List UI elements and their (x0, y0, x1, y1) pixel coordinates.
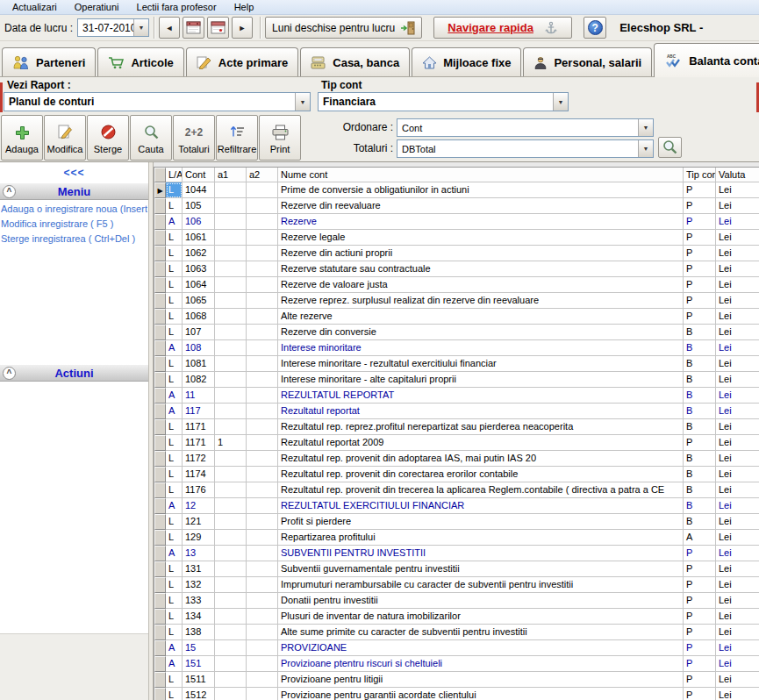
cell-l-a[interactable]: L (166, 593, 183, 609)
cell-nume-cont[interactable]: Provizioane pentru garantii acordate cli… (278, 688, 684, 700)
cell-cont[interactable]: 1061 (183, 230, 215, 246)
cell-a2[interactable] (247, 656, 278, 672)
cell-tip-cont[interactable]: P (684, 198, 716, 214)
cell-nume-cont[interactable]: Interese minoritare (278, 340, 684, 356)
cell-tip-cont[interactable]: P (684, 214, 716, 230)
table-row[interactable]: A106RezervePLei (154, 214, 759, 230)
cell-a1[interactable] (215, 482, 247, 498)
cell-cont[interactable]: 108 (183, 340, 215, 356)
cell-nume-cont[interactable]: Rezerve statutare sau contractuale (278, 261, 684, 277)
cauta-button[interactable]: Cauta (130, 115, 172, 161)
row-selector[interactable] (154, 246, 166, 261)
cell-a2[interactable] (247, 230, 278, 246)
cell-l-a[interactable]: L (166, 246, 183, 261)
cell-a2[interactable] (247, 514, 278, 530)
cell-a2[interactable] (247, 498, 278, 514)
cell-a2[interactable] (247, 561, 278, 577)
cell-a1[interactable] (215, 372, 247, 388)
totals-combo[interactable]: DBTotal ▼ (397, 139, 654, 158)
cell-l-a[interactable]: L (166, 514, 183, 530)
table-row[interactable]: L1176Rezultatul rep. provenit din trecer… (154, 482, 759, 498)
cell-valuta[interactable]: Lei (716, 198, 759, 214)
sidebar-item-modifica-inregistrare-f5[interactable]: Modifica inregistrare ( F5 ) (1, 217, 147, 232)
cell-a1[interactable] (215, 293, 247, 309)
column-header-a1[interactable]: a1 (215, 168, 247, 182)
row-selector[interactable] (154, 419, 166, 435)
cell-a1[interactable] (215, 277, 247, 293)
cell-tip-cont[interactable]: P (684, 625, 716, 640)
cell-nume-cont[interactable]: Rezultatul rep. provenit din trecerea la… (278, 482, 684, 498)
cell-valuta[interactable]: Lei (716, 340, 759, 356)
cell-valuta[interactable]: Lei (716, 640, 759, 656)
column-header-a2[interactable]: a2 (247, 168, 278, 182)
cell-tip-cont[interactable]: P (684, 577, 716, 593)
cell-valuta[interactable]: Lei (716, 309, 759, 325)
cell-a2[interactable] (247, 577, 278, 593)
row-selector[interactable] (154, 435, 166, 451)
cell-tip-cont[interactable]: B (684, 514, 716, 530)
cell-cont[interactable]: 1063 (183, 261, 215, 277)
chevron-down-icon[interactable]: ▼ (133, 19, 148, 36)
cell-cont[interactable]: 129 (183, 530, 215, 546)
cell-l-a[interactable]: L (166, 609, 183, 625)
cell-cont[interactable]: 15 (183, 640, 215, 656)
cell-l-a[interactable]: L (166, 293, 183, 309)
cell-l-a[interactable]: L (166, 467, 183, 482)
sidebar-item-adauga-o-inregistrare-noua-ins[interactable]: Adauga o inregistrare noua (Insert) (1, 202, 147, 217)
cell-nume-cont[interactable]: REZULTATUL REPORTAT (278, 388, 684, 404)
cell-nume-cont[interactable]: SUBVENTII PENTRU INVESTITII (278, 546, 684, 561)
cell-a2[interactable] (247, 325, 278, 340)
cell-cont[interactable]: 1065 (183, 293, 215, 309)
cell-nume-cont[interactable]: Imprumuturi nerambursabile cu caracter d… (278, 577, 684, 593)
cell-nume-cont[interactable]: Rezerve din conversie (278, 325, 684, 340)
order-combo[interactable]: Cont ▼ (397, 118, 654, 137)
cell-nume-cont[interactable]: Interese minoritare - alte capitaluri pr… (278, 372, 684, 388)
cell-nume-cont[interactable]: Alte rezerve (278, 309, 684, 325)
column-header-tip-cont[interactable]: Tip cont (684, 168, 716, 182)
cell-a1[interactable] (215, 561, 247, 577)
cell-l-a[interactable]: A (166, 340, 183, 356)
cell-nume-cont[interactable]: Repartizarea profitului (278, 530, 684, 546)
cell-tip-cont[interactable]: B (684, 498, 716, 514)
cell-a1[interactable] (215, 609, 247, 625)
cell-a1[interactable] (215, 530, 247, 546)
cell-l-a[interactable]: L (166, 277, 183, 293)
cell-valuta[interactable]: Lei (716, 404, 759, 419)
cell-nume-cont[interactable]: REZULTATUL EXERCITIULUI FINANCIAR (278, 498, 684, 514)
cell-valuta[interactable]: Lei (716, 530, 759, 546)
cell-a2[interactable] (247, 356, 278, 372)
cell-cont[interactable]: 133 (183, 593, 215, 609)
chevron-down-icon[interactable]: ▼ (295, 93, 310, 111)
table-row[interactable]: L138Alte sume primite cu caracter de sub… (154, 625, 759, 640)
cell-tip-cont[interactable]: P (684, 656, 716, 672)
row-selector[interactable] (154, 561, 166, 577)
cell-valuta[interactable]: Lei (716, 261, 759, 277)
cell-valuta[interactable]: Lei (716, 577, 759, 593)
totals-search-button[interactable] (658, 137, 682, 158)
cell-cont[interactable]: 107 (183, 325, 215, 340)
cell-nume-cont[interactable]: Rezultatul rep. provenit din adoptarea I… (278, 451, 684, 467)
cell-tip-cont[interactable]: P (684, 561, 716, 577)
cell-l-a[interactable]: A (166, 214, 183, 230)
menu-item-lectii-fara-profesor[interactable]: Lectii fara profesor (128, 1, 226, 14)
cell-valuta[interactable]: Lei (716, 246, 759, 261)
cell-a2[interactable] (247, 388, 278, 404)
table-row[interactable]: L1063Rezerve statutare sau contractualeP… (154, 261, 759, 277)
row-selector[interactable] (154, 593, 166, 609)
cell-a1[interactable] (215, 672, 247, 688)
cell-l-a[interactable]: L (166, 419, 183, 435)
cell-a2[interactable] (247, 640, 278, 656)
cell-tip-cont[interactable]: P (684, 688, 716, 700)
table-row[interactable]: A151Provizioane ptentru riscuri si chelt… (154, 656, 759, 672)
account-type-combo[interactable]: Financiara ▼ (318, 92, 569, 111)
table-row[interactable]: L132Imprumuturi nerambursabile cu caract… (154, 577, 759, 593)
cell-valuta[interactable]: Lei (716, 451, 759, 467)
cell-nume-cont[interactable]: Rezerve legale (278, 230, 684, 246)
cell-tip-cont[interactable]: P (684, 546, 716, 561)
cell-tip-cont[interactable]: P (684, 309, 716, 325)
cell-nume-cont[interactable]: Provizioane pentru litigii (278, 672, 684, 688)
calendar-month-button[interactable] (183, 17, 204, 39)
row-selector[interactable] (154, 293, 166, 309)
cell-a2[interactable] (247, 609, 278, 625)
cell-valuta[interactable]: Lei (716, 293, 759, 309)
